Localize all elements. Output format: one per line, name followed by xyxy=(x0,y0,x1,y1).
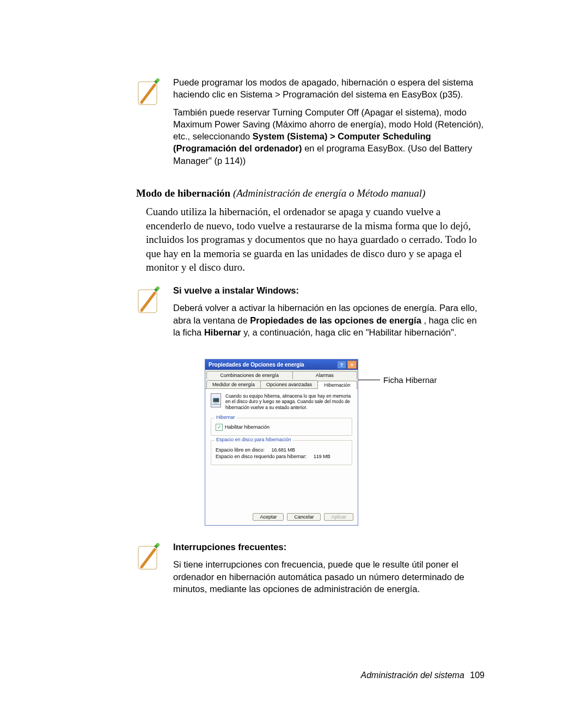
footer-page-number: 109 xyxy=(470,671,485,680)
apply-button[interactable]: Aplicar xyxy=(324,513,353,521)
page-footer: Administración del sistema 109 xyxy=(361,671,485,680)
tabs-row-1: Combinaciones de energía Alarmas xyxy=(205,370,358,379)
figure-area: Propiedades de Opciones de energía ? × C… xyxy=(205,359,485,526)
svg-point-5 xyxy=(156,543,160,546)
tab-alarmas[interactable]: Alarmas xyxy=(292,371,358,379)
dialog-title: Propiedades de Opciones de energía xyxy=(209,362,304,368)
help-icon[interactable]: ? xyxy=(337,361,346,369)
dialog-titlebar: Propiedades de Opciones de energía ? × xyxy=(205,359,358,370)
svg-point-3 xyxy=(156,287,160,290)
note-icon xyxy=(136,78,161,109)
callout-line xyxy=(358,380,380,380)
note-text-3: Interrupciones frecuentes: Si tiene inte… xyxy=(173,541,485,600)
enable-hibernation-checkbox[interactable]: ✓ xyxy=(216,424,223,431)
close-icon[interactable]: × xyxy=(347,361,357,369)
note1-para2: También puede reservar Turning Computer … xyxy=(173,106,485,167)
tab-hibernacion[interactable]: Hibernación xyxy=(317,381,357,389)
enable-hibernation-label: Habilitar hibernación xyxy=(225,424,270,430)
note2-title: Si vuelve a instalar Windows: xyxy=(173,284,485,296)
note2-bold1: Propiedades de las opciones de energía xyxy=(250,315,421,325)
note-block-1: Puede programar los modos de apagado, hi… xyxy=(136,76,485,172)
note2-post: y, a continuación, haga clic en "Habilit… xyxy=(243,327,456,337)
note2-body: Deberá volver a activar la hibernación e… xyxy=(173,302,485,338)
disk-req-label: Espacio en disco requerido para hibernar… xyxy=(216,454,307,459)
disk-req-value: 119 MB xyxy=(314,454,330,459)
note3-title: Interrupciones frecuentes: xyxy=(173,541,485,553)
note3-body: Si tiene interrupciones con frecuencia, … xyxy=(173,558,485,595)
dialog-body: 💻 Cuando su equipo hiberna, almacena lo … xyxy=(205,388,358,511)
disk-free-value: 16.681 MB xyxy=(272,447,296,453)
callout-text: Ficha Hibernar xyxy=(383,375,437,385)
section-body: Cuando utiliza la hibernación, el ordena… xyxy=(146,205,485,275)
ok-button[interactable]: Aceptar xyxy=(253,513,284,521)
disk-free-row: Espacio libre en disco: 16.681 MB xyxy=(216,447,347,453)
note-text-2: Si vuelve a instalar Windows: Deberá vol… xyxy=(173,284,485,344)
note2-bold2: Hibernar xyxy=(204,327,241,337)
note-block-2: Si vuelve a instalar Windows: Deberá vol… xyxy=(136,284,485,344)
info-text: Cuando su equipo hiberna, almacena lo qu… xyxy=(225,393,352,410)
disk-free-label: Espacio libre en disco: xyxy=(216,447,265,453)
group-disk-legend: Espacio en disco para hibernación xyxy=(215,437,293,442)
cancel-button[interactable]: Cancelar xyxy=(287,513,321,521)
note1-para1: Puede programar los modos de apagado, hi… xyxy=(173,76,485,101)
section-title: Modo de hibernación (Administración de e… xyxy=(136,187,485,199)
svg-point-1 xyxy=(156,78,160,82)
note-icon xyxy=(136,543,161,574)
tabs-row-2: Medidor de energía Opciones avanzadas Hi… xyxy=(205,379,358,388)
enable-hibernation-row: ✓ Habilitar hibernación xyxy=(216,424,347,431)
monitor-icon: 💻 xyxy=(211,393,221,407)
section-title-ital: (Administración de energía o Método manu… xyxy=(230,187,425,199)
callout: Ficha Hibernar xyxy=(358,375,437,385)
dialog-footer: Aceptar Cancelar Aplicar xyxy=(205,511,358,525)
group-hibernar: Hibernar ✓ Habilitar hibernación xyxy=(211,418,352,436)
note-icon xyxy=(136,287,161,317)
group-hibernar-legend: Hibernar xyxy=(215,415,237,420)
footer-section: Administración del sistema xyxy=(361,671,464,680)
group-disk-space: Espacio en disco para hibernación Espaci… xyxy=(211,440,352,465)
page: Puede programar los modos de apagado, hi… xyxy=(0,0,588,713)
info-row: 💻 Cuando su equipo hiberna, almacena lo … xyxy=(211,393,352,410)
section-title-bold: Modo de hibernación xyxy=(136,187,230,199)
tab-combinaciones[interactable]: Combinaciones de energía xyxy=(206,371,293,379)
disk-req-row: Espacio en disco requerido para hibernar… xyxy=(216,454,347,459)
note-text-1: Puede programar los modos de apagado, hi… xyxy=(173,76,485,172)
note-block-3: Interrupciones frecuentes: Si tiene inte… xyxy=(136,541,485,600)
titlebar-buttons: ? × xyxy=(337,361,357,369)
tab-opciones[interactable]: Opciones avanzadas xyxy=(260,380,318,388)
power-options-dialog: Propiedades de Opciones de energía ? × C… xyxy=(205,359,358,526)
tab-medidor[interactable]: Medidor de energía xyxy=(206,380,261,388)
